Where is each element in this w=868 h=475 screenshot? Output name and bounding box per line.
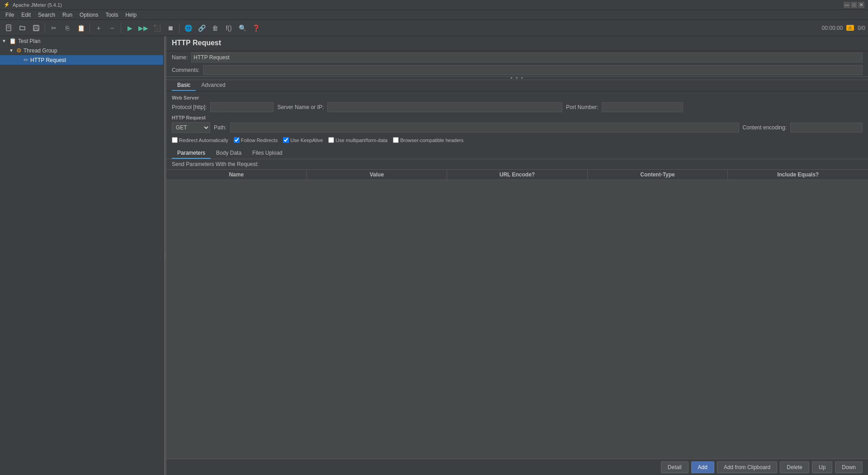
tab-body-data[interactable]: Body Data	[211, 148, 247, 159]
timer-display: 00:00:00	[822, 25, 843, 31]
table-header-row: Name Value URL Encode? Content-Type Incl…	[166, 170, 868, 180]
method-select[interactable]: GET POST PUT DELETE PATCH HEAD OPTIONS	[172, 122, 210, 133]
sidebar-tree: ▼ 📋 Test Plan ▼ ⚙ Thread Group ▶ ✏ HTTP …	[0, 36, 164, 475]
tree-item-http-request[interactable]: ▶ ✏ HTTP Request	[0, 55, 163, 65]
protocol-input[interactable]	[210, 102, 274, 112]
separator-4	[179, 23, 179, 33]
test-plan-label: Test Plan	[18, 38, 40, 44]
content-panel: HTTP Request Name: Comments: • • • Basic…	[166, 36, 868, 475]
toolbar-run-no-pause-button[interactable]: ▶▶	[137, 22, 150, 34]
toolbar-stop-button[interactable]: ⬛	[151, 22, 163, 34]
separator-1	[45, 23, 45, 33]
menu-file[interactable]: File	[2, 11, 18, 19]
expand-icon: ▼	[2, 38, 7, 43]
toolbar-open-button[interactable]	[16, 22, 29, 34]
use-keepalive-label[interactable]: Use KeepAlive	[283, 137, 323, 143]
port-label: Port Number:	[566, 104, 598, 110]
checkboxes-row: Redirect Automatically Follow Redirects …	[172, 136, 863, 144]
multipart-label[interactable]: Use multipart/form-data	[328, 137, 387, 143]
toolbar-remote-all-button[interactable]: 🔗	[195, 22, 208, 34]
tab-advanced[interactable]: Advanced	[196, 80, 231, 91]
toolbar-expand-button[interactable]: +	[92, 22, 105, 34]
titlebar-title: ⚡ Apache JMeter (5.4.1)	[4, 2, 62, 8]
browser-headers-label[interactable]: Browser-compatible headers	[393, 137, 463, 143]
add-from-clipboard-button[interactable]: Add from Clipboard	[717, 461, 777, 473]
path-label: Path:	[214, 124, 226, 131]
encoding-input[interactable]	[790, 123, 863, 133]
protocol-label: Protocol [http]:	[172, 104, 207, 110]
main-area: ▼ 📋 Test Plan ▼ ⚙ Thread Group ▶ ✏ HTTP …	[0, 36, 868, 475]
tab-files-upload[interactable]: Files Upload	[247, 148, 288, 159]
tree-item-test-plan[interactable]: ▼ 📋 Test Plan	[0, 36, 163, 46]
toolbar-shutdown-button[interactable]: ⏹	[164, 22, 177, 34]
th-name: Name	[166, 170, 307, 180]
follow-redirects-text: Follow Redirects	[241, 138, 278, 143]
bottom-bar: Detail Add Add from Clipboard Delete Up …	[166, 459, 868, 475]
detail-button[interactable]: Detail	[661, 461, 689, 473]
multipart-checkbox[interactable]	[328, 137, 334, 143]
th-value: Value	[307, 170, 448, 180]
up-button[interactable]: Up	[812, 461, 832, 473]
toolbar-paste-button[interactable]: 📋	[75, 22, 87, 34]
use-keepalive-text: Use KeepAlive	[290, 138, 323, 143]
port-input[interactable]	[602, 102, 683, 112]
http-request-icon: ✏	[24, 57, 28, 63]
titlebar-controls[interactable]: — □ ✕	[844, 2, 864, 8]
toolbar-save-button[interactable]	[30, 22, 42, 34]
close-button[interactable]: ✕	[858, 2, 864, 8]
name-row: Name:	[166, 51, 868, 64]
tree-item-thread-group[interactable]: ▼ ⚙ Thread Group	[0, 46, 163, 55]
panel-header: HTTP Request	[166, 36, 868, 51]
toolbar-clear-button[interactable]: 🗑	[209, 22, 222, 34]
toolbar-help-button[interactable]: ❓	[250, 22, 262, 34]
menu-edit[interactable]: Edit	[18, 11, 34, 19]
comments-row: Comments:	[166, 64, 868, 76]
add-button[interactable]: Add	[691, 461, 714, 473]
redirect-auto-checkbox[interactable]	[172, 137, 178, 143]
menu-help[interactable]: Help	[122, 11, 140, 19]
th-content-type: Content-Type	[588, 170, 728, 180]
toolbar-search-button[interactable]: 🔍	[236, 22, 249, 34]
warning-badge: ⚠	[846, 25, 854, 31]
browser-headers-text: Browser-compatible headers	[400, 138, 463, 143]
params-table: Name Value URL Encode? Content-Type Incl…	[166, 170, 868, 459]
server-input[interactable]	[327, 102, 562, 112]
delete-button[interactable]: Delete	[780, 461, 809, 473]
http-request-label: HTTP Request	[30, 57, 66, 63]
server-label: Server Name or IP:	[277, 104, 324, 110]
menu-options[interactable]: Options	[76, 11, 102, 19]
encoding-label: Content encoding:	[743, 124, 787, 131]
config-area: Web Server Protocol [http]: Server Name …	[166, 91, 868, 148]
warning-count: 0/0	[858, 25, 865, 31]
toolbar-remote-button[interactable]: 🌐	[182, 22, 194, 34]
down-button[interactable]: Down	[835, 461, 863, 473]
th-include-equals: Include Equals?	[728, 170, 868, 180]
menu-run[interactable]: Run	[59, 11, 76, 19]
toolbar-run-button[interactable]: ▶	[123, 22, 136, 34]
toolbar-function-button[interactable]: f()	[222, 22, 235, 34]
minimize-button[interactable]: —	[844, 2, 850, 8]
tab-basic[interactable]: Basic	[172, 80, 196, 91]
titlebar: ⚡ Apache JMeter (5.4.1) — □ ✕	[0, 0, 868, 10]
name-input[interactable]	[191, 52, 863, 62]
redirect-auto-label[interactable]: Redirect Automatically	[172, 137, 228, 143]
tab-parameters[interactable]: Parameters	[172, 148, 211, 159]
browser-headers-checkbox[interactable]	[393, 137, 399, 143]
follow-redirects-label[interactable]: Follow Redirects	[234, 137, 278, 143]
panel-title: HTTP Request	[172, 39, 863, 47]
toolbar-new-button[interactable]	[3, 22, 15, 34]
use-keepalive-checkbox[interactable]	[283, 137, 289, 143]
menu-tools[interactable]: Tools	[102, 11, 122, 19]
follow-redirects-checkbox[interactable]	[234, 137, 240, 143]
h-divider[interactable]: • • •	[166, 76, 868, 80]
expand-icon-tg: ▼	[9, 48, 14, 53]
svg-rect-5	[34, 28, 38, 30]
toolbar-copy-button[interactable]: ⎘	[61, 22, 74, 34]
comments-input[interactable]	[203, 65, 863, 75]
path-input[interactable]	[230, 123, 739, 133]
toolbar-cut-button[interactable]: ✂	[47, 22, 60, 34]
comments-label: Comments:	[172, 67, 199, 73]
maximize-button[interactable]: □	[851, 2, 857, 8]
menu-search[interactable]: Search	[34, 11, 59, 19]
toolbar-collapse-button[interactable]: −	[106, 22, 118, 34]
